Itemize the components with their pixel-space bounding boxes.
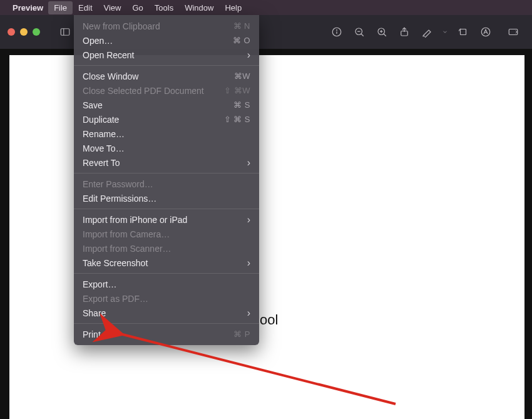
menu-item-duplicate[interactable]: Duplicate⇧ ⌘ S [74, 112, 259, 127]
menu-item-move-to[interactable]: Move To… [74, 141, 259, 155]
svg-line-6 [361, 34, 364, 36]
zoom-in-icon[interactable] [373, 23, 391, 41]
menu-item-import-from-scanner: Import from Scanner… [74, 241, 259, 256]
menu-item-label: Take Screenshot [83, 258, 247, 268]
system-menubar: Preview File Edit View Go Tools Window H… [0, 0, 532, 15]
menu-shortcut: ⌘W [234, 71, 250, 81]
svg-rect-0 [61, 29, 69, 36]
document-text-fragment: ool [260, 312, 278, 328]
menu-item-share[interactable]: Share› [74, 306, 259, 320]
menu-help[interactable]: Help [219, 1, 247, 14]
menu-item-import-from-camera: Import from Camera… [74, 227, 259, 241]
menu-item-label: Print… [83, 329, 233, 339]
svg-rect-17 [509, 29, 518, 35]
menu-item-label: Open… [83, 36, 233, 46]
menu-file[interactable]: File [48, 1, 73, 14]
menu-item-open-recent[interactable]: Open Recent› [74, 48, 259, 62]
menu-shortcut: ⌘ N [233, 21, 251, 31]
menu-item-label: Rename… [83, 129, 250, 139]
menu-item-print[interactable]: Print…⌘ P [74, 327, 259, 341]
menu-shortcut: ⌘ P [233, 329, 250, 339]
info-icon[interactable] [328, 23, 345, 41]
menu-item-label: Share [83, 308, 247, 318]
menu-window[interactable]: Window [179, 1, 219, 14]
fullscreen-window-icon[interactable] [33, 28, 40, 36]
menu-separator [74, 65, 259, 66]
menu-item-label: Import from Scanner… [83, 244, 250, 254]
chevron-right-icon: › [247, 49, 250, 61]
menu-item-label: Duplicate [83, 115, 224, 125]
menu-item-label: Save [83, 100, 233, 110]
menu-item-rename[interactable]: Rename… [74, 127, 259, 141]
menu-item-close-selected-pdf-document: Close Selected PDF Document⇧ ⌘W [74, 83, 259, 98]
close-window-icon[interactable] [8, 28, 15, 36]
menu-item-open[interactable]: Open…⌘ O [74, 33, 259, 48]
menu-item-label: Edit Permissions… [83, 194, 250, 204]
menu-item-label: Import from Camera… [83, 229, 250, 239]
menu-go[interactable]: Go [126, 1, 148, 14]
rotate-icon[interactable] [454, 23, 472, 41]
menu-separator [74, 209, 259, 209]
menu-tools[interactable]: Tools [149, 1, 179, 14]
svg-point-4 [337, 30, 337, 31]
minimize-window-icon[interactable] [20, 28, 28, 36]
menu-item-import-from-iphone-or-ipad[interactable]: Import from iPhone or iPad› [74, 212, 259, 227]
chevron-right-icon: › [247, 214, 250, 225]
menu-item-label: Export… [83, 279, 250, 289]
chevron-down-icon[interactable] [441, 23, 449, 41]
menu-shortcut: ⇧ ⌘W [224, 86, 250, 95]
chevron-right-icon: › [247, 157, 250, 168]
menu-item-export-as-pdf: Export as PDF… [74, 291, 259, 306]
menu-shortcut: ⇧ ⌘ S [224, 115, 250, 124]
menu-separator [74, 273, 259, 274]
menu-shortcut: ⌘ S [233, 100, 250, 110]
menu-item-save[interactable]: Save⌘ S [74, 98, 259, 112]
menu-item-label: Enter Password… [83, 179, 250, 189]
chevron-right-icon: › [247, 257, 250, 269]
menu-item-label: Close Window [83, 71, 234, 81]
window-controls[interactable] [8, 28, 40, 36]
markup-icon[interactable] [477, 23, 494, 41]
search-icon[interactable] [504, 23, 522, 41]
menu-separator [74, 173, 259, 173]
app-name[interactable]: Preview [13, 3, 43, 13]
share-icon[interactable] [396, 23, 413, 41]
menu-item-label: Revert To [83, 158, 247, 168]
menu-item-close-window[interactable]: Close Window⌘W [74, 69, 259, 83]
chevron-right-icon: › [247, 308, 250, 319]
file-menu-dropdown: New from Clipboard⌘ NOpen…⌘ OOpen Recent… [74, 15, 259, 345]
menu-edit[interactable]: Edit [73, 1, 98, 14]
menu-item-label: Export as PDF… [83, 294, 250, 304]
menu-item-label: Move To… [83, 143, 250, 153]
menu-item-label: Open Recent [83, 50, 247, 60]
svg-rect-15 [461, 29, 466, 35]
menu-shortcut: ⌘ O [233, 36, 250, 45]
menu-item-edit-permissions[interactable]: Edit Permissions… [74, 191, 259, 205]
menu-item-take-screenshot[interactable]: Take Screenshot› [74, 256, 259, 270]
highlight-icon[interactable] [418, 23, 436, 41]
menu-item-label: Import from iPhone or iPad [83, 215, 247, 225]
menu-item-enter-password: Enter Password… [74, 177, 259, 191]
menu-item-export[interactable]: Export… [74, 277, 259, 291]
zoom-out-icon[interactable] [350, 23, 368, 41]
menu-item-label: New from Clipboard [83, 21, 233, 31]
menu-view[interactable]: View [98, 1, 127, 14]
sidebar-toggle-icon[interactable] [56, 23, 74, 41]
svg-line-9 [384, 34, 386, 36]
menu-item-revert-to[interactable]: Revert To› [74, 155, 259, 170]
menu-item-new-from-clipboard: New from Clipboard⌘ N [74, 19, 259, 33]
menu-separator [74, 323, 259, 324]
menu-item-label: Close Selected PDF Document [83, 86, 224, 96]
